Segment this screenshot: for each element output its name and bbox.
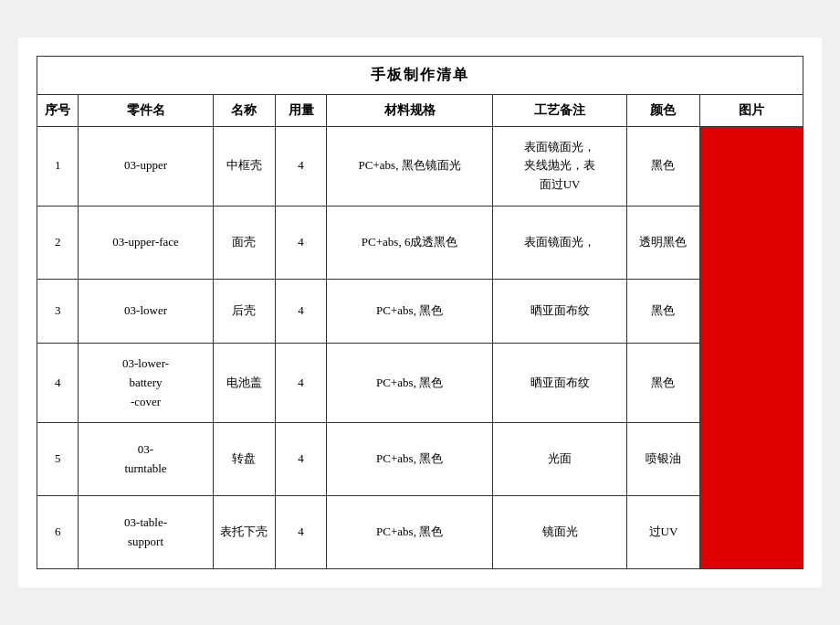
header-partname: 零件名 [79,94,213,126]
cell-partname-6: 03-table-support [79,496,213,569]
header-color: 颜色 [627,94,699,126]
header-name: 名称 [213,94,275,126]
table-row: 3 03-lower 后壳 4 PC+abs, 黑色 晒亚面布纹 黑色 [37,280,803,344]
cell-color-5: 喷银油 [627,423,699,496]
header-seq: 序号 [37,94,79,126]
cell-seq-5: 5 [37,423,79,496]
table-title: 手板制作清单 [37,56,803,94]
cell-process-6: 镜面光 [492,496,626,569]
cell-qty-6: 4 [275,496,327,569]
table-row: 2 03-upper-face 面壳 4 PC+abs, 6成透黑色 表面镜面光… [37,207,803,280]
cell-process-3: 晒亚面布纹 [492,280,626,344]
table-row: 1 03-upper 中框壳 4 PC+abs, 黑色镜面光 表面镜面光，夹线抛… [37,126,803,206]
cell-material-1: PC+abs, 黑色镜面光 [327,126,492,206]
cell-qty-1: 4 [275,126,327,206]
cell-material-5: PC+abs, 黑色 [327,423,492,496]
cell-qty-2: 4 [275,207,327,280]
cell-qty-4: 4 [275,344,327,423]
header-image: 图片 [699,94,803,126]
cell-color-1: 黑色 [627,126,699,206]
cell-color-2: 透明黑色 [627,207,699,280]
header-qty: 用量 [275,94,327,126]
cell-process-1: 表面镜面光，夹线抛光，表面过UV [492,126,626,206]
cell-color-6: 过UV [627,496,699,569]
cell-partname-2: 03-upper-face [79,207,213,280]
cell-material-3: PC+abs, 黑色 [327,280,492,344]
table-row: 4 03-lower-battery-cover 电池盖 4 PC+abs, 黑… [37,344,803,423]
page-container: 手板制作清单 序号 零件名 名称 用量 材料规格 工艺备注 颜色 图片 1 03… [18,37,822,588]
cell-process-5: 光面 [492,423,626,496]
cell-material-2: PC+abs, 6成透黑色 [327,207,492,280]
cell-name-4: 电池盖 [213,344,275,423]
cell-process-2: 表面镜面光， [492,207,626,280]
cell-seq-6: 6 [37,496,79,569]
cell-color-4: 黑色 [627,344,699,423]
main-table: 手板制作清单 序号 零件名 名称 用量 材料规格 工艺备注 颜色 图片 1 03… [37,56,803,570]
header-row: 序号 零件名 名称 用量 材料规格 工艺备注 颜色 图片 [37,94,803,126]
cell-partname-3: 03-lower [79,280,213,344]
cell-color-3: 黑色 [627,280,699,344]
table-row: 6 03-table-support 表托下壳 4 PC+abs, 黑色 镜面光… [37,496,803,569]
title-row: 手板制作清单 [37,56,803,94]
header-material: 材料规格 [327,94,492,126]
cell-seq-2: 2 [37,207,79,280]
cell-material-4: PC+abs, 黑色 [327,344,492,423]
cell-process-4: 晒亚面布纹 [492,344,626,423]
header-process: 工艺备注 [492,94,626,126]
cell-seq-3: 3 [37,280,79,344]
cell-name-2: 面壳 [213,207,275,280]
image-column [699,126,803,569]
cell-name-1: 中框壳 [213,126,275,206]
cell-name-5: 转盘 [213,423,275,496]
cell-name-3: 后壳 [213,280,275,344]
cell-partname-4: 03-lower-battery-cover [79,344,213,423]
cell-partname-5: 03-turntable [79,423,213,496]
cell-qty-5: 4 [275,423,327,496]
cell-partname-1: 03-upper [79,126,213,206]
cell-seq-4: 4 [37,344,79,423]
cell-name-6: 表托下壳 [213,496,275,569]
table-row: 5 03-turntable 转盘 4 PC+abs, 黑色 光面 喷银油 [37,423,803,496]
cell-material-6: PC+abs, 黑色 [327,496,492,569]
cell-qty-3: 4 [275,280,327,344]
cell-seq-1: 1 [37,126,79,206]
